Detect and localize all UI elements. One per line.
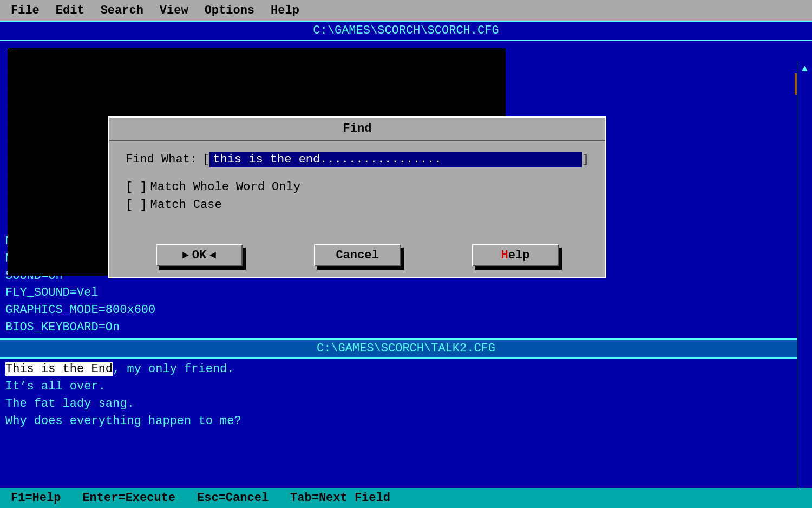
ok-arrow-left: ► — [182, 249, 189, 262]
match-whole-word-label: Match Whole Word Only — [150, 180, 300, 194]
editor-line: Why does everything happen to me? — [5, 413, 807, 430]
menu-edit[interactable]: Edit — [56, 4, 84, 17]
find-bracket-open: [ — [202, 153, 209, 166]
editor-line: GRAPHICS_MODE=800x600 — [5, 302, 807, 319]
find-input[interactable] — [209, 152, 582, 167]
dialog-title: Find — [109, 118, 605, 141]
highlighted-match: This is the End — [5, 362, 113, 376]
menu-options[interactable]: Options — [205, 4, 254, 17]
cancel-label: Cancel — [336, 249, 378, 262]
bottom-file-title: C:\GAMES\SCORCH\TALK2.CFG — [0, 338, 812, 359]
status-tab: Tab=Next Field — [290, 491, 390, 505]
menu-help[interactable]: Help — [271, 4, 299, 17]
menu-search[interactable]: Search — [101, 4, 143, 17]
status-enter: Enter=Execute — [82, 491, 175, 505]
status-f1: F1=Help — [11, 491, 61, 505]
line-suffix: , my only friend. — [113, 362, 234, 376]
top-file-title: C:\GAMES\SCORCH\SCORCH.CFG — [0, 21, 812, 41]
match-whole-word-checkbox-row: [ ] Match Whole Word Only — [126, 180, 589, 194]
right-scrollbar[interactable]: ▲ ▼ — [797, 61, 812, 508]
cancel-button[interactable]: Cancel — [314, 244, 401, 266]
editor-line: It’s all over. — [5, 378, 807, 395]
checkbox-bracket: [ ] — [126, 180, 147, 194]
ok-label: OK — [192, 249, 206, 262]
editor-line: This is the End, my only friend. — [5, 361, 807, 378]
ok-button[interactable]: ► OK ◄ — [156, 244, 243, 266]
checkbox-group: [ ] Match Whole Word Only [ ] Match Case — [126, 180, 589, 212]
status-esc: Esc=Cancel — [197, 491, 269, 505]
status-bar: F1=Help Enter=Execute Esc=Cancel Tab=Nex… — [0, 488, 812, 508]
editor-line: FLY_SOUND=Vel — [5, 284, 807, 302]
checkbox-bracket: [ ] — [126, 198, 147, 212]
match-case-label: Match Case — [150, 198, 222, 212]
scroll-up-arrow[interactable]: ▲ — [802, 63, 808, 74]
menu-file[interactable]: File — [11, 4, 40, 17]
help-label-rest: elp — [508, 249, 530, 262]
help-button[interactable]: Help — [472, 244, 559, 266]
menu-view[interactable]: View — [160, 4, 188, 17]
menu-bar: File Edit Search View Options Help — [0, 0, 812, 21]
ok-arrow-right: ◄ — [209, 249, 216, 262]
find-what-row: Find What: [ ] — [126, 152, 589, 167]
match-case-checkbox-row: [ ] Match Case — [126, 198, 589, 212]
find-bracket-close: ] — [582, 153, 589, 166]
editor-bottom: This is the End, my only friend. It’s al… — [0, 359, 812, 432]
find-label: Find What: — [126, 153, 197, 166]
find-dialog: Find Find What: [ ] [ ] Match Whole Word… — [108, 116, 606, 278]
editor-line: The fat lady sang. — [5, 395, 807, 413]
editor-line: BIOS_KEYBOARD=On — [5, 319, 807, 336]
dialog-buttons: ► OK ◄ Cancel Help — [109, 239, 605, 277]
help-h-letter: H — [501, 249, 508, 262]
